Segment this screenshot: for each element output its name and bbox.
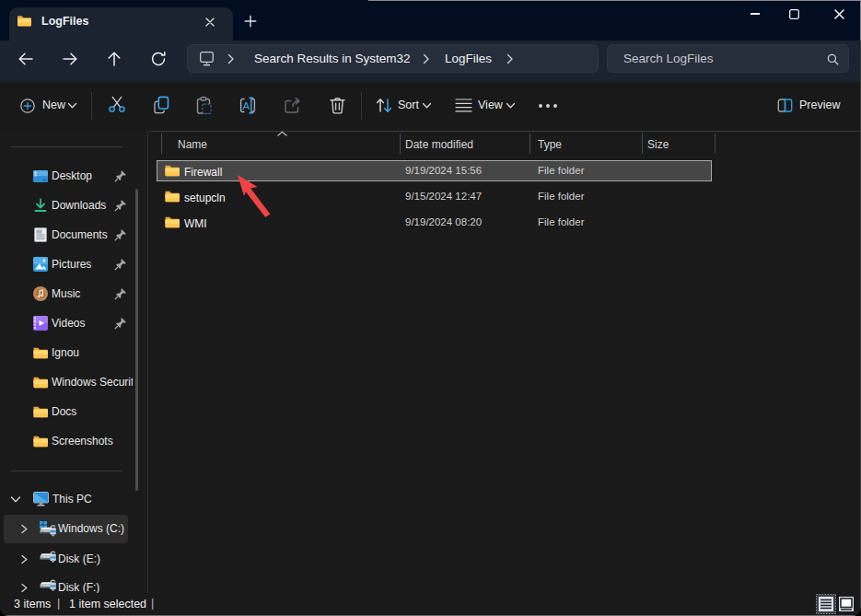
svg-text:A: A — [243, 100, 250, 111]
